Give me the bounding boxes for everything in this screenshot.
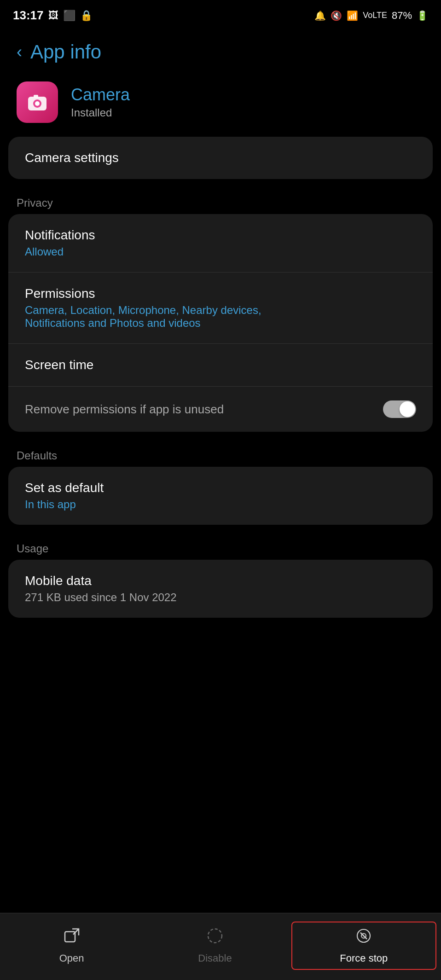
photo-icon: 🖼 xyxy=(48,10,58,22)
notifications-title: Notifications xyxy=(25,228,416,243)
svg-point-6 xyxy=(208,929,222,943)
app-row: Camera Installed xyxy=(0,72,441,137)
save-icon: ⬛ xyxy=(63,10,75,22)
disable-label: Disable xyxy=(198,952,232,964)
bottom-nav: Open Disable Force stop xyxy=(0,913,441,980)
battery-icon: 🔋 xyxy=(417,10,428,21)
status-time: 13:17 xyxy=(13,8,44,23)
lock-icon: 🔒 xyxy=(80,10,93,22)
status-bar: 13:17 🖼 ⬛ 🔒 🔔 🔇 📶 VoLTE 87% 🔋 xyxy=(0,0,441,27)
screen-time-title: Screen time xyxy=(25,358,416,372)
status-left: 13:17 🖼 ⬛ 🔒 xyxy=(13,8,93,23)
permissions-title: Permissions xyxy=(25,286,416,301)
app-name-block: Camera Installed xyxy=(71,85,130,119)
disable-icon xyxy=(206,927,224,949)
screen-time-item[interactable]: Screen time xyxy=(8,343,433,386)
open-external-icon xyxy=(63,927,81,949)
toggle-knob xyxy=(400,401,415,417)
svg-point-2 xyxy=(35,101,40,106)
remove-permissions-item[interactable]: Remove permissions if app is unused xyxy=(8,386,433,432)
camera-settings-item[interactable]: Camera settings xyxy=(8,137,433,179)
force-stop-nav-item[interactable]: Force stop xyxy=(291,922,436,970)
mobile-data-item[interactable]: Mobile data 271 KB used since 1 Nov 2022 xyxy=(8,560,433,618)
usage-section-label: Usage xyxy=(0,533,441,560)
status-right: 🔔 🔇 📶 VoLTE 87% 🔋 xyxy=(314,10,428,22)
back-button[interactable]: ‹ xyxy=(17,44,22,60)
remove-permissions-toggle[interactable] xyxy=(383,400,416,418)
permissions-item[interactable]: Permissions Camera, Location, Microphone… xyxy=(8,272,433,343)
set-as-default-title: Set as default xyxy=(25,481,416,495)
mobile-data-title: Mobile data xyxy=(25,574,416,588)
force-stop-label: Force stop xyxy=(340,952,388,964)
disable-nav-item[interactable]: Disable xyxy=(143,927,286,964)
alarm-icon: 🔔 xyxy=(314,10,326,21)
open-label: Open xyxy=(59,952,84,964)
page-title: App info xyxy=(30,41,101,63)
permissions-detail: Camera, Location, Microphone, Nearby dev… xyxy=(25,304,416,330)
notifications-item[interactable]: Notifications Allowed xyxy=(8,214,433,272)
battery-level: 87% xyxy=(392,10,412,22)
svg-rect-4 xyxy=(65,932,75,942)
app-icon xyxy=(17,81,58,123)
app-install-status: Installed xyxy=(71,106,130,119)
mute-icon: 🔇 xyxy=(331,10,342,21)
usage-card: Mobile data 271 KB used since 1 Nov 2022 xyxy=(8,560,433,618)
notifications-status: Allowed xyxy=(25,245,416,258)
mobile-data-detail: 271 KB used since 1 Nov 2022 xyxy=(25,591,416,604)
defaults-section-label: Defaults xyxy=(0,440,441,467)
svg-rect-3 xyxy=(34,95,38,98)
camera-settings-label: Camera settings xyxy=(25,151,416,165)
app-info-header: ‹ App info xyxy=(0,27,441,72)
camera-settings-card[interactable]: Camera settings xyxy=(8,137,433,179)
remove-permissions-label: Remove permissions if app is unused xyxy=(25,402,224,417)
force-stop-icon xyxy=(355,927,372,949)
defaults-card: Set as default In this app xyxy=(8,467,433,525)
wifi-icon: 📶 xyxy=(347,10,358,21)
remove-permissions-row: Remove permissions if app is unused xyxy=(25,400,416,418)
privacy-card: Notifications Allowed Permissions Camera… xyxy=(8,214,433,432)
set-as-default-subtitle: In this app xyxy=(25,498,416,511)
app-name: Camera xyxy=(71,85,130,104)
set-as-default-item[interactable]: Set as default In this app xyxy=(8,467,433,525)
signal-icon: VoLTE xyxy=(363,11,387,20)
open-nav-item[interactable]: Open xyxy=(0,927,143,964)
privacy-section-label: Privacy xyxy=(0,187,441,214)
